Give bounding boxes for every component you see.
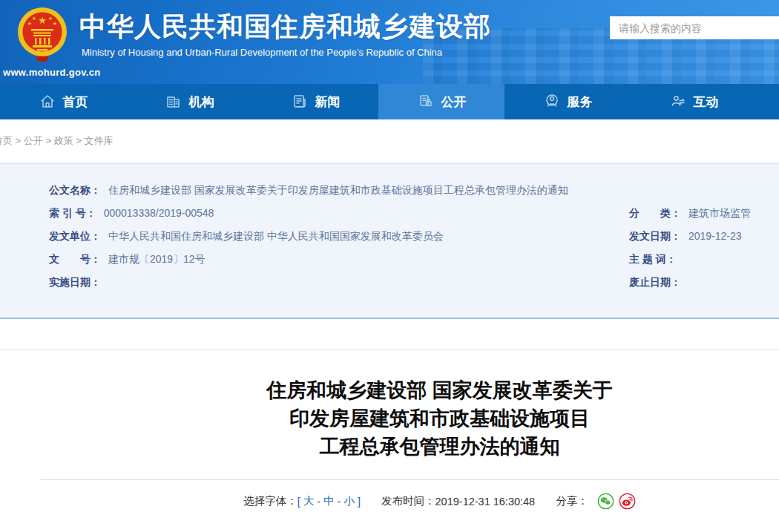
publish-time-label: 发布时间：	[381, 494, 435, 508]
meta-row-doc-number: 文 号： 建市规〔2019〕12号	[49, 253, 206, 266]
meta-row-category: 分 类： 建筑市场监管	[629, 207, 751, 220]
meta-value: 建市规〔2019〕12号	[108, 253, 206, 265]
share-icons	[593, 493, 636, 510]
nav-item-organization[interactable]: 机构	[126, 84, 252, 119]
font-size-label: 选择字体：	[243, 494, 298, 508]
nav-item-news[interactable]: 新闻	[252, 84, 378, 119]
svg-text:★: ★	[48, 16, 53, 21]
meta-value: 中华人民共和国住房和城乡建设部 中华人民共和国国家发展和改革委员会	[108, 230, 444, 242]
font-size-small-link[interactable]: 小	[344, 494, 355, 508]
meta-value: 住房和城乡建设部 国家发展改革委关于印发房屋建筑和市政基础设施项目工程总承包管理…	[108, 184, 568, 196]
national-emblem-icon: ★ ★ ★ ★ ★	[12, 4, 73, 66]
svg-text:★: ★	[27, 21, 32, 26]
meta-row-keywords: 主 题 词：	[629, 253, 681, 266]
interaction-icon	[669, 93, 687, 111]
site-title-chinese: 中华人民共和国住房和城乡建设部	[79, 9, 491, 45]
breadcrumb[interactable]: 首页 > 公开 > 政策 > 文件库	[0, 134, 113, 148]
meta-row-doc-name: 公文名称： 住房和城乡建设部 国家发展改革委关于印发房屋建筑和市政基础设施项目工…	[49, 184, 568, 197]
weibo-icon	[619, 493, 636, 510]
font-size-bracket-open: [	[298, 496, 300, 508]
meta-label: 发文日期：	[629, 230, 681, 242]
meta-row-issuing-unit: 发文单位： 中华人民共和国住房和城乡建设部 中华人民共和国国家发展和改革委员会	[49, 230, 444, 243]
title-divider	[41, 479, 779, 480]
meta-label: 文 号：	[49, 253, 101, 265]
meta-label: 主 题 词：	[629, 253, 677, 265]
meta-value: 000013338/2019-00548	[104, 207, 214, 219]
article-content: 住房和城乡建设部 国家发展改革委关于 印发房屋建筑和市政基础设施项目 工程总承包…	[0, 349, 779, 532]
search-input[interactable]	[610, 16, 779, 39]
meta-row-implementation-date: 实施日期：	[49, 276, 105, 289]
document-title-line: 工程总承包管理办法的通知	[41, 433, 779, 461]
meta-label: 分 类：	[629, 207, 681, 219]
meta-row-repeal-date: 废止日期：	[629, 276, 686, 289]
disclosure-icon	[417, 93, 435, 111]
organization-icon	[165, 93, 183, 111]
nav-label: 公开	[441, 93, 467, 111]
document-title-line: 印发房屋建筑和市政基础设施项目	[41, 404, 779, 433]
share-label: 分享：	[556, 494, 588, 508]
site-title-english: Ministry of Housing and Urban-Rural Deve…	[82, 47, 442, 58]
document-title-line: 住房和城乡建设部 国家发展改革委关于	[41, 376, 779, 404]
nav-label: 服务	[568, 93, 593, 111]
main-nav: 首页 机构 新闻 公开 服务	[0, 84, 779, 119]
font-size-large-link[interactable]: 大	[303, 494, 315, 508]
meta-row-issue-date: 发文日期： 2019-12-23	[629, 230, 742, 243]
meta-label: 废止日期：	[629, 276, 681, 288]
meta-value: 2019-12-23	[688, 230, 742, 242]
nav-label: 机构	[189, 93, 214, 111]
font-size-bracket-close: ]	[358, 496, 361, 508]
meta-label: 实施日期：	[49, 276, 101, 288]
page: ★ ★ ★ ★ ★ www.mohurd.gov.cn 中华人民共和国住房和城乡…	[0, 0, 779, 532]
font-size-separator: -	[338, 496, 341, 508]
nav-label: 新闻	[315, 93, 341, 111]
svg-text:★: ★	[53, 21, 57, 26]
nav-item-home[interactable]: 首页	[0, 84, 126, 119]
national-emblem-logo[interactable]: ★ ★ ★ ★ ★	[12, 4, 73, 69]
svg-text:★: ★	[38, 15, 47, 26]
nav-item-disclosure[interactable]: 公开	[378, 84, 504, 119]
wechat-icon	[597, 493, 614, 510]
publish-time-group: 发布时间： 2019-12-31 16:30:48	[381, 494, 535, 508]
publish-time-value: 2019-12-31 16:30:48	[435, 496, 536, 508]
site-header: ★ ★ ★ ★ ★ www.mohurd.gov.cn 中华人民共和国住房和城乡…	[0, 0, 779, 84]
article-meta-bar: 选择字体： [ 大 - 中 - 小 ] 发布时间： 2019-12-31 16:…	[41, 493, 779, 510]
meta-row-index-number: 索 引 号： 000013338/2019-00548	[49, 207, 214, 220]
nav-item-interaction[interactable]: 互动	[631, 84, 757, 119]
document-meta-panel: 公文名称： 住房和城乡建设部 国家发展改革委关于印发房屋建筑和市政基础设施项目工…	[0, 163, 779, 319]
document-title: 住房和城乡建设部 国家发展改革委关于 印发房屋建筑和市政基础设施项目 工程总承包…	[41, 376, 779, 461]
nav-item-services[interactable]: 服务	[504, 84, 631, 119]
wechat-share-button[interactable]	[597, 493, 614, 510]
news-icon	[291, 93, 309, 111]
svg-text:★: ★	[32, 16, 36, 21]
meta-label: 发文单位：	[49, 230, 101, 242]
meta-value: 建筑市场监管	[688, 207, 751, 219]
site-url: www.mohurd.gov.cn	[3, 67, 101, 78]
font-size-medium-link[interactable]: 中	[323, 494, 335, 508]
nav-label: 互动	[694, 93, 719, 111]
home-icon	[39, 93, 56, 111]
font-size-selector: 选择字体： [ 大 - 中 - 小 ]	[243, 494, 361, 508]
share-group: 分享：	[556, 493, 636, 510]
meta-label: 索 引 号：	[49, 207, 96, 219]
service-icon	[543, 93, 561, 111]
weibo-share-button[interactable]	[619, 493, 636, 510]
nav-label: 首页	[63, 93, 88, 111]
font-size-separator: -	[317, 496, 321, 508]
meta-label: 公文名称：	[49, 184, 101, 196]
